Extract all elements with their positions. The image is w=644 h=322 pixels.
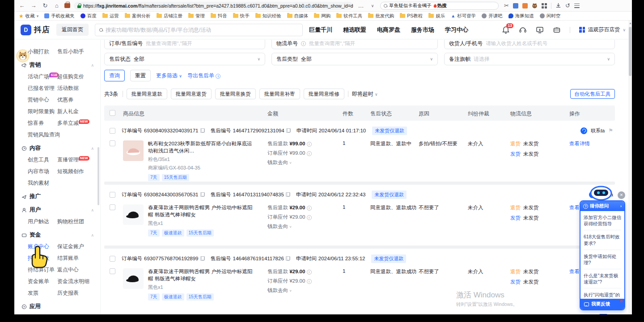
- batch-agree-repair-button[interactable]: 批量同意维修: [304, 89, 344, 99]
- doudian-logo[interactable]: Ｄ 抖店: [21, 25, 50, 35]
- sidebar-item[interactable]: 限时限量购: [28, 108, 57, 115]
- bookmark-folder[interactable]: 软件工具: [336, 13, 362, 19]
- tracking-no-field[interactable]: 物流单号: [271, 40, 438, 49]
- back-icon[interactable]: ←: [18, 2, 26, 9]
- product-image[interactable]: [123, 140, 144, 161]
- notification-bell-icon[interactable]: 13: [502, 26, 510, 34]
- copy-icon[interactable]: [286, 128, 290, 133]
- receiver-field[interactable]: 收货人/手机号: [444, 40, 615, 49]
- aftersale-type-select[interactable]: 售后类型 全部 ∨: [271, 53, 438, 65]
- page-scrollbar[interactable]: ▲: [628, 21, 632, 314]
- info-icon[interactable]: [307, 206, 312, 211]
- product-title[interactable]: 帆布鞋女2023秋季新款低帮百搭小白鞋厚底运动鞋浅口透气休闲…: [148, 140, 255, 154]
- app-search-box[interactable]: [95, 24, 303, 36]
- batch-agree-refund-button[interactable]: 批量同意退款: [127, 89, 167, 99]
- chevron-down-icon[interactable]: ∨: [369, 4, 377, 8]
- sidebar-section-marketing[interactable]: 营销∧: [21, 61, 100, 69]
- close-icon[interactable]: ✕: [618, 191, 625, 199]
- bookmark-site[interactable]: 闲时空: [540, 13, 561, 19]
- reset-button[interactable]: 重置: [130, 70, 151, 81]
- return-tag[interactable]: 退货: [510, 140, 521, 147]
- more-filters-link[interactable]: 更多筛选 ∨: [156, 72, 182, 80]
- bookmark-folder[interactable]: 案例分析: [125, 13, 151, 19]
- sidebar-section-users[interactable]: 用户∧: [21, 206, 100, 214]
- order-aftersale-no-field[interactable]: 订单/售后编号: [104, 40, 265, 49]
- sidebar-item[interactable]: 历史报表: [57, 289, 100, 297]
- more-extensions-icon[interactable]: …: [357, 2, 365, 9]
- extension-toolbox-icon[interactable]: [64, 3, 70, 8]
- bookmark-site[interactable]: 开课吧: [482, 13, 503, 19]
- sidebar-item[interactable]: 超值购竞价: [57, 73, 100, 80]
- sidebar-item[interactable]: 购物粉丝团: [57, 218, 100, 225]
- sidebar-item[interactable]: 已报名管理: [28, 85, 57, 92]
- bookmark-folder[interactable]: 娱乐: [428, 13, 445, 19]
- sidebar-section-content[interactable]: 内容∧: [21, 144, 100, 152]
- extension-orange-icon[interactable]: [522, 3, 528, 8]
- sidebar-item[interactable]: 资金流水明细: [57, 278, 100, 285]
- scissors-icon[interactable]: ✂: [504, 2, 509, 9]
- collapse-icon[interactable]: ∧: [91, 63, 94, 68]
- chat-question[interactable]: 618大促售后时效要求?: [584, 230, 621, 250]
- row-checkbox[interactable]: [110, 140, 115, 146]
- nav-fuwu[interactable]: 服务市场: [411, 26, 434, 34]
- product-image[interactable]: [123, 268, 144, 289]
- copy-icon[interactable]: [200, 128, 204, 133]
- bookmark-site[interactable]: 海豚知道: [508, 13, 534, 19]
- row-checkbox[interactable]: [110, 204, 115, 210]
- chat-question[interactable]: 添加官方小二微信获得经营指导: [584, 211, 621, 230]
- bookmark-mobile[interactable]: 手机收藏夹: [44, 13, 75, 19]
- sidebar-item-small-payment[interactable]: 小额打款: [28, 48, 57, 55]
- history-undo-icon[interactable]: ↺: [565, 2, 570, 9]
- auto-aftersale-tool-button[interactable]: 自动化售后工具: [570, 89, 615, 99]
- sidebar-item[interactable]: 返点中心: [57, 266, 100, 274]
- page-1-button[interactable]: 1: [599, 314, 608, 314]
- sidebar-section-apps[interactable]: 应用: [21, 303, 100, 310]
- row-checkbox[interactable]: [110, 128, 115, 134]
- remark-flag-select[interactable]: 备注旗帜 请选择 ∨: [444, 53, 615, 65]
- browser-menu-icon[interactable]: [574, 4, 580, 8]
- sidebar-section-funds[interactable]: 资金∧: [21, 231, 100, 239]
- client-download-icon[interactable]: [536, 26, 544, 34]
- bookmark-folder[interactable]: 运营: [102, 13, 119, 19]
- row-checkbox[interactable]: [110, 256, 115, 262]
- info-icon[interactable]: [307, 142, 312, 147]
- bookmark-folder[interactable]: 知识经验: [255, 13, 281, 19]
- tracking-no-input[interactable]: [309, 41, 433, 46]
- customer-service-icon[interactable]: [519, 26, 527, 34]
- bookmark-favorites[interactable]: ★收藏▾: [19, 13, 38, 19]
- collapse-icon[interactable]: ∧: [91, 233, 94, 237]
- sidebar-item-invoice[interactable]: 发票: [28, 289, 57, 297]
- sidebar-item[interactable]: 结算账单: [57, 254, 100, 262]
- sidebar-item[interactable]: 短视频创作: [57, 168, 100, 175]
- bookmark-folder[interactable]: 店铺注册: [157, 13, 182, 19]
- chat-question[interactable]: 什么是"未发货极速退款"?: [584, 269, 621, 288]
- view-detail-link[interactable]: 查看详情: [569, 140, 590, 147]
- info-icon[interactable]: [307, 270, 312, 275]
- dog-extension-icon[interactable]: [532, 3, 538, 8]
- reload-icon[interactable]: ↻: [41, 2, 49, 9]
- download-icon[interactable]: [555, 3, 561, 8]
- product-title[interactable]: 春夏薄款速干网眼鸭舌帽男 户外运动中标遮阳帽 韩版透气棒球帽女: [148, 204, 255, 218]
- feedback-button[interactable]: 我要反馈: [580, 299, 624, 309]
- app-search-input[interactable]: [106, 27, 298, 33]
- return-tag[interactable]: 退货: [510, 204, 521, 211]
- export-aftersale-link[interactable]: 导出售后单: [187, 72, 220, 80]
- money-flow-link[interactable]: 钱款去向: [267, 288, 288, 293]
- chat-question[interactable]: 换货申请如何处理?: [584, 250, 621, 269]
- return-tag[interactable]: 退货: [510, 268, 521, 275]
- store-switcher[interactable]: 温观莎百店货 ∨: [579, 26, 626, 34]
- sidebar-item[interactable]: 营销风险查询: [28, 131, 57, 139]
- bookmark-folder[interactable]: 批发代购: [368, 13, 394, 19]
- copy-icon[interactable]: [286, 256, 290, 261]
- address-bar[interactable]: https://fxg.jinritemai.com/ffa/maftersal…: [74, 2, 353, 10]
- ssl-lock-icon[interactable]: [77, 4, 81, 8]
- batch-agree-exchange-button[interactable]: 批量同意换货: [215, 89, 256, 99]
- product-title[interactable]: 春夏薄款速干网眼鸭舌帽男 户外运动中标遮阳帽 韩版透气棒球帽女: [148, 268, 255, 282]
- home-icon[interactable]: ⌂: [53, 2, 61, 9]
- trending-query[interactable]: 草鱼疑似卡着金镯子: [389, 3, 432, 9]
- ship-tag[interactable]: 发货: [510, 279, 521, 285]
- nav-xuexi[interactable]: 学习中心: [445, 26, 468, 34]
- extension-blue-icon[interactable]: [513, 3, 518, 8]
- bookmark-folder[interactable]: 抖音: [211, 13, 227, 19]
- apps-grid-icon[interactable]: [542, 3, 547, 8]
